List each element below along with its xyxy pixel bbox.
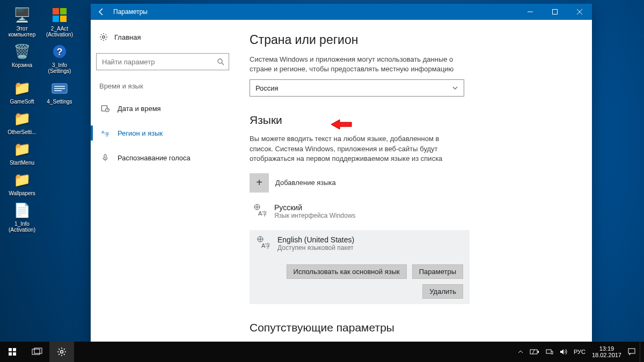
home-label: Главная [114, 33, 141, 41]
svg-rect-0 [53, 8, 59, 14]
desktop-icon-3info[interactable]: ?3_Info (Settings) [43, 42, 76, 74]
svg-rect-19 [104, 154, 106, 158]
sidebar-home[interactable]: Главная [96, 27, 229, 47]
maximize-button[interactable] [543, 4, 567, 20]
language-item-russian[interactable]: A字 Русский Язык интерфейса Windows [250, 200, 470, 223]
region-select[interactable]: Россия [250, 79, 464, 97]
tray-date: 18.02.2017 [592, 352, 621, 358]
tray-language[interactable]: РУС [574, 349, 586, 355]
svg-point-12 [103, 36, 105, 38]
search-box[interactable] [96, 53, 229, 70]
svg-text:字: 字 [105, 132, 109, 137]
window-title: Параметры [112, 8, 148, 16]
settings-window: Параметры Главная Время и язык Дата и вр… [91, 4, 592, 350]
tray-chevron-up-icon[interactable] [518, 349, 523, 354]
gear-icon [99, 33, 108, 41]
svg-rect-2 [53, 16, 59, 22]
sidebar-item-speech[interactable]: Распознавание голоса [96, 147, 229, 168]
svg-point-30 [61, 351, 63, 353]
region-description: Система Windows и приложения могут испол… [250, 55, 464, 74]
svg-rect-1 [60, 8, 67, 14]
label: 3_Info (Settings) [48, 62, 71, 74]
language-name: Русский [274, 203, 355, 212]
label: 1_Info (Activation) [9, 221, 35, 233]
desktop-icon-wallpapers[interactable]: 📁Wallpapers [5, 170, 39, 196]
plus-icon: + [250, 173, 269, 193]
language-subtitle: Язык интерфейса Windows [274, 212, 355, 219]
label: StartMenu [10, 160, 34, 166]
tray-time: 13:19 [592, 345, 621, 352]
desktop-icon-this-pc[interactable]: 🖥️Этот компьютер [5, 5, 39, 38]
desktop-icon-startmenu[interactable]: 📁StartMenu [5, 139, 39, 166]
language-glyph-icon: A字 [256, 235, 271, 249]
settings-taskbar-button[interactable] [49, 342, 74, 362]
svg-text:?: ? [57, 47, 63, 57]
region-value: Россия [255, 84, 279, 92]
label: Регион и язык [118, 129, 163, 137]
system-tray: РУС 13:19 18.02.2017 [514, 345, 640, 358]
annotation-arrow-icon [330, 119, 353, 130]
tray-clock[interactable]: 13:19 18.02.2017 [592, 345, 621, 358]
svg-rect-24 [9, 348, 12, 351]
sidebar-item-region-language[interactable]: A字 Регион и язык [96, 122, 229, 144]
tray-battery-icon[interactable] [530, 349, 539, 355]
desktop-icons: 🖥️Этот компьютер 2_AAct (Activation) 🗑️К… [5, 5, 80, 233]
category-title: Время и язык [96, 80, 229, 94]
start-button[interactable] [0, 342, 25, 362]
tray-network-icon[interactable] [546, 348, 553, 356]
svg-rect-11 [553, 10, 558, 14]
svg-text:A字: A字 [261, 242, 270, 249]
sidebar-item-datetime[interactable]: Дата и время [96, 98, 229, 119]
sidebar: Главная Время и язык Дата и время A字 Рег… [91, 20, 235, 350]
svg-line-14 [222, 63, 224, 65]
svg-rect-32 [538, 351, 539, 353]
svg-text:A字: A字 [258, 210, 267, 217]
chevron-down-icon [452, 85, 458, 91]
content-area: Страна или регион Система Windows и прил… [235, 20, 592, 350]
svg-point-13 [218, 59, 222, 63]
svg-rect-25 [13, 348, 16, 351]
tray-volume-icon[interactable] [560, 348, 567, 356]
microphone-icon [100, 153, 110, 162]
tray-action-center-icon[interactable] [628, 348, 635, 356]
svg-rect-34 [628, 349, 635, 353]
svg-rect-33 [546, 350, 551, 353]
set-default-button[interactable]: Использовать как основной язык [287, 264, 407, 279]
desktop-icon-1info[interactable]: 📄1_Info (Activation) [5, 201, 39, 233]
calendar-clock-icon [100, 104, 110, 113]
heading-region: Страна или регион [250, 33, 579, 47]
label: Этот компьютер [9, 26, 35, 38]
label: GameSoft [10, 99, 34, 105]
taskbar: РУС 13:19 18.02.2017 [0, 342, 644, 362]
languages-description: Вы можете вводить текст на любом языке, … [250, 134, 464, 164]
back-button[interactable] [91, 4, 112, 20]
add-language-label: Добавление языка [275, 179, 336, 187]
label: OtherSetti... [8, 129, 36, 135]
add-language[interactable]: + Добавление языка [250, 173, 579, 193]
language-item-english[interactable]: A字 English (United States) Доступен язык… [250, 230, 470, 304]
remove-button[interactable]: Удалить [422, 284, 463, 299]
svg-rect-27 [13, 352, 16, 356]
language-icon: A字 [100, 129, 110, 137]
desktop-icon-4settings[interactable]: 4_Settings [43, 78, 76, 105]
language-name: English (United States) [277, 235, 354, 244]
task-view-button[interactable] [25, 342, 49, 362]
svg-rect-26 [9, 352, 12, 356]
language-glyph-icon: A字 [253, 203, 268, 219]
label: 2_AAct (Activation) [46, 26, 73, 38]
svg-rect-3 [60, 16, 67, 22]
label: Распознавание голоса [118, 154, 191, 162]
titlebar: Параметры [91, 4, 592, 20]
options-button[interactable]: Параметры [412, 264, 463, 279]
search-icon [217, 58, 224, 65]
desktop-icon-aact[interactable]: 2_AAct (Activation) [43, 5, 76, 38]
desktop-icon-othersettings[interactable]: 📁OtherSetti... [5, 109, 39, 135]
label: 4_Settings [47, 99, 72, 105]
search-input[interactable] [101, 57, 217, 67]
show-desktop-button[interactable] [640, 342, 644, 362]
label: Wallpapers [9, 190, 35, 196]
close-button[interactable] [567, 4, 592, 20]
minimize-button[interactable] [518, 4, 543, 20]
desktop-icon-recycle-bin[interactable]: 🗑️Корзина [5, 42, 39, 74]
desktop-icon-gamesoft[interactable]: 📁GameSoft [5, 78, 39, 105]
